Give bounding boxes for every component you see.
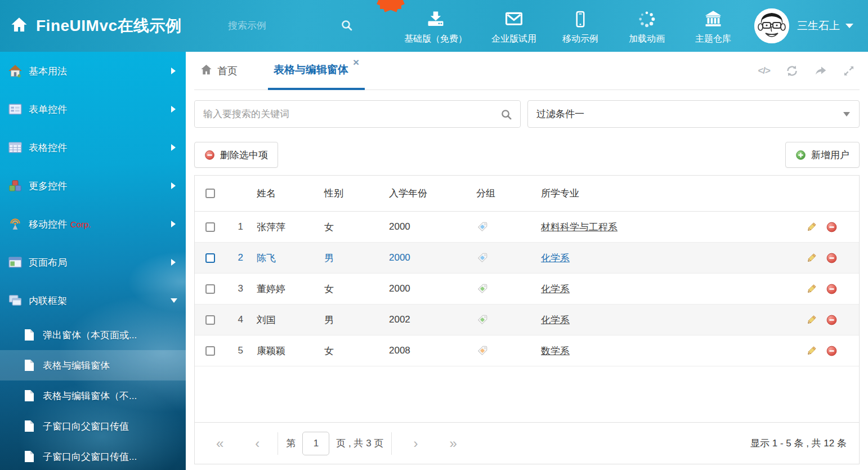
- column-header-name[interactable]: 姓名: [251, 187, 319, 200]
- cell-gender: 女: [319, 221, 383, 234]
- sidebar-subitem-child-to-parent[interactable]: 子窗口向父窗口传值: [0, 411, 186, 441]
- prev-page-button[interactable]: ‹: [255, 437, 259, 450]
- row-number: 2: [226, 252, 251, 263]
- edit-icon[interactable]: [806, 345, 817, 357]
- pagination-bar: « ‹ 第 页 , 共 3 页 › » 显示 1 - 5 条 , 共 12 条: [195, 422, 859, 464]
- avatar[interactable]: [754, 8, 789, 43]
- table-row[interactable]: 2 陈飞 男 2000 化学系: [195, 243, 859, 274]
- frames-icon: [8, 293, 23, 308]
- select-all-checkbox[interactable]: [205, 189, 215, 198]
- brand[interactable]: FineUIMvc在线示例: [0, 15, 228, 37]
- sidebar-item-page-layout[interactable]: 页面布局: [0, 243, 186, 281]
- expand-icon[interactable]: [843, 65, 855, 77]
- next-page-button[interactable]: ›: [413, 437, 418, 450]
- row-checkbox[interactable]: [205, 346, 215, 356]
- cell-year: 2000: [383, 283, 468, 294]
- delete-icon[interactable]: [826, 283, 838, 295]
- cell-name: 刘国: [251, 314, 319, 326]
- source-code-icon[interactable]: </>: [758, 65, 770, 77]
- sidebar-subitem-grid-edit-window-2[interactable]: 表格与编辑窗体（不...: [0, 381, 186, 411]
- minus-circle-icon: [204, 150, 215, 160]
- sidebar-subitem-popup-window[interactable]: 弹出窗体（本页面或...: [0, 320, 186, 350]
- delete-icon[interactable]: [826, 345, 838, 357]
- home-icon: [10, 16, 28, 36]
- edit-icon[interactable]: [806, 221, 817, 233]
- major-link[interactable]: 化学系: [541, 253, 570, 263]
- cell-gender: 男: [319, 314, 383, 326]
- page-number-input[interactable]: [302, 432, 329, 455]
- data-grid: 姓名 性别 入学年份 分组 所学专业 1 张萍萍 女 2000 材料科学与工程系: [194, 175, 860, 464]
- refresh-icon[interactable]: [785, 64, 799, 78]
- search-icon[interactable]: [500, 108, 513, 123]
- cell-name: 康颖颖: [251, 344, 319, 357]
- keyword-search-input[interactable]: [195, 101, 520, 127]
- cell-gender: 女: [319, 344, 383, 357]
- tag-icon: [468, 252, 533, 264]
- table-row[interactable]: 5 康颖颖 女 2008 数学系: [195, 335, 859, 366]
- tab-home[interactable]: 首页: [194, 52, 243, 89]
- sidebar-item-grid-controls[interactable]: 表格控件: [0, 128, 186, 167]
- row-checkbox[interactable]: [205, 253, 215, 263]
- sidebar-item-basic-usage[interactable]: 基本用法: [0, 52, 186, 90]
- delete-icon[interactable]: [826, 314, 838, 326]
- row-checkbox[interactable]: [205, 284, 215, 294]
- keyword-search[interactable]: [194, 100, 521, 128]
- user-menu[interactable]: 三生石上: [754, 8, 868, 43]
- first-page-button[interactable]: «: [216, 437, 223, 450]
- major-link[interactable]: 化学系: [541, 284, 570, 294]
- tab-grid-edit-window[interactable]: 表格与编辑窗体 ×: [268, 52, 365, 90]
- column-header-gender[interactable]: 性别: [319, 187, 383, 200]
- cell-year: 2002: [383, 314, 468, 325]
- nav-item-basic-edition[interactable]: FREE! 基础版（免费）: [391, 7, 481, 45]
- table-row[interactable]: 3 董婷婷 女 2000 化学系: [195, 274, 859, 305]
- column-header-group[interactable]: 分组: [468, 187, 533, 200]
- filter-select[interactable]: 过滤条件一: [527, 100, 860, 128]
- row-checkbox[interactable]: [205, 315, 215, 325]
- nav-item-theme-store[interactable]: 主题仓库: [680, 7, 746, 45]
- nav-item-loading-animation[interactable]: 加载动画: [614, 7, 680, 45]
- table-row[interactable]: 1 张萍萍 女 2000 材料科学与工程系: [195, 212, 859, 243]
- row-number: 3: [226, 283, 251, 294]
- sidebar-item-iframe[interactable]: 内联框架: [0, 281, 186, 320]
- column-header-year[interactable]: 入学年份: [383, 187, 468, 200]
- search-icon[interactable]: [340, 19, 354, 34]
- close-icon[interactable]: ×: [353, 56, 359, 69]
- row-checkbox[interactable]: [205, 222, 215, 232]
- edit-icon[interactable]: [806, 252, 817, 264]
- last-page-button[interactable]: »: [449, 437, 457, 450]
- record-summary: 显示 1 - 5 条 , 共 12 条: [750, 437, 847, 450]
- sidebar-subitem-grid-edit-window[interactable]: 表格与编辑窗体: [0, 350, 186, 381]
- major-link[interactable]: 化学系: [541, 315, 570, 325]
- edit-icon[interactable]: [806, 283, 817, 295]
- header-nav: FREE! 基础版（免费） 企业版试用 移动示例 加载: [391, 7, 746, 45]
- edit-icon[interactable]: [806, 314, 817, 326]
- mail-icon: [504, 7, 524, 29]
- header-search[interactable]: [228, 20, 343, 32]
- tab-bar: 首页 表格与编辑窗体 × </>: [194, 52, 860, 90]
- sidebar-item-more-controls[interactable]: 更多控件: [0, 167, 186, 205]
- file-icon: [24, 329, 35, 341]
- table-row[interactable]: 4 刘国 男 2002 化学系: [195, 305, 859, 335]
- major-link[interactable]: 数学系: [541, 346, 570, 356]
- cell-year: 2000: [383, 221, 468, 232]
- delete-icon[interactable]: [826, 252, 838, 264]
- plus-circle-icon: [795, 150, 806, 160]
- cell-year: 2000: [383, 252, 468, 263]
- home-icon: [200, 63, 213, 79]
- nav-item-enterprise-trial[interactable]: 企业版试用: [481, 7, 547, 45]
- download-icon: [426, 7, 446, 29]
- header-search-input[interactable]: [228, 20, 343, 32]
- sidebar-item-form-controls[interactable]: 表单控件: [0, 90, 186, 128]
- grid-toolbar: 删除选中项 新增用户: [194, 142, 860, 168]
- sidebar-item-mobile-controls[interactable]: 移动控件 Corp.: [0, 205, 186, 243]
- layout-icon: [8, 255, 23, 270]
- delete-icon[interactable]: [826, 221, 838, 233]
- share-icon[interactable]: [814, 64, 827, 78]
- add-user-button[interactable]: 新增用户: [785, 142, 860, 168]
- nav-item-mobile-demo[interactable]: 移动示例: [547, 7, 614, 45]
- sidebar-subitem-child-to-parent-2[interactable]: 子窗口向父窗口传值...: [0, 441, 186, 470]
- column-header-major[interactable]: 所学专业: [533, 187, 797, 200]
- major-link[interactable]: 材料科学与工程系: [541, 222, 618, 232]
- delete-selected-button[interactable]: 删除选中项: [194, 142, 278, 168]
- chevron-down-icon: [845, 24, 853, 28]
